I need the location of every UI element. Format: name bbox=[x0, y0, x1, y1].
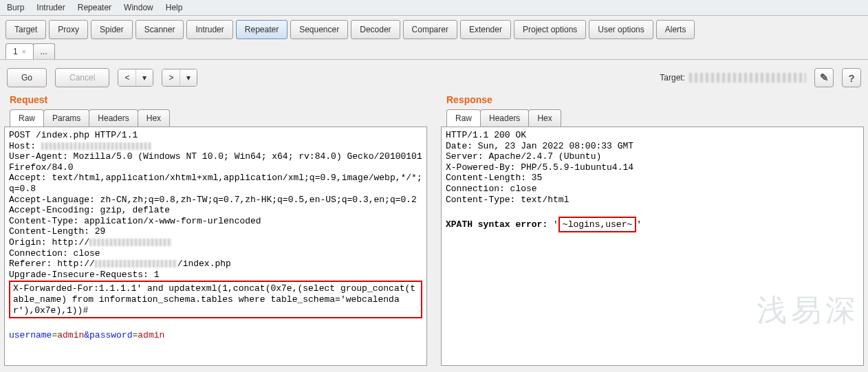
repeater-tab-new[interactable]: ... bbox=[33, 43, 55, 59]
req-host-redacted bbox=[41, 142, 151, 150]
req-line-ua: User-Agent: Mozilla/5.0 (Windows NT 10.0… bbox=[9, 151, 427, 173]
req-line-lang: Accept-Language: zh-CN,zh;q=0.8,zh-TW;q=… bbox=[9, 195, 417, 205]
tab-spider[interactable]: Spider bbox=[91, 20, 133, 39]
request-msg-tabs: Raw Params Headers Hex bbox=[3, 109, 428, 127]
request-tab-hex[interactable]: Hex bbox=[138, 109, 170, 127]
req-origin-redacted bbox=[89, 239, 172, 246]
tab-scanner[interactable]: Scanner bbox=[135, 20, 184, 39]
request-pane: Request Raw Params Headers Hex POST /ind… bbox=[3, 91, 428, 367]
request-editor[interactable]: POST /index.php HTTP/1.1 Host: User-Agen… bbox=[4, 127, 427, 366]
tab-comparer[interactable]: Comparer bbox=[403, 20, 457, 39]
req-body-amp: & bbox=[84, 330, 89, 340]
req-line-uir: Upgrade-Insecure-Requests: 1 bbox=[9, 270, 159, 280]
split-panes: Request Raw Params Headers Hex POST /ind… bbox=[0, 91, 868, 367]
tab-intruder[interactable]: Intruder bbox=[186, 20, 232, 39]
resp-date: Date: Sun, 23 Jan 2022 08:00:33 GMT bbox=[446, 141, 633, 151]
target-label-text: Target: bbox=[660, 73, 685, 83]
repeater-tab-1[interactable]: 1 × bbox=[6, 43, 34, 59]
target-host-redacted bbox=[689, 73, 806, 83]
menu-burp[interactable]: Burp bbox=[4, 1, 27, 14]
tab-user-options[interactable]: User options bbox=[589, 20, 653, 39]
response-tab-hex[interactable]: Hex bbox=[528, 109, 561, 127]
req-line-enc: Accept-Encoding: gzip, deflate bbox=[9, 205, 170, 215]
tab-extender[interactable]: Extender bbox=[460, 20, 511, 39]
req-line-ctype: Content-Type: application/x-www-form-url… bbox=[9, 216, 261, 226]
edit-target-button[interactable]: ✎ bbox=[814, 68, 834, 87]
req-line-ref-tail: /index.php bbox=[177, 259, 231, 269]
repeater-sub-tabbar: 1 × ... bbox=[0, 39, 868, 60]
request-title: Request bbox=[3, 91, 428, 109]
history-next-group: > ▾ bbox=[162, 69, 197, 87]
req-xff-injection-highlight: X-Forwarded-For:1.1.1.1' and updatexml(1… bbox=[9, 281, 422, 318]
history-next-button[interactable]: > bbox=[162, 69, 180, 86]
history-prev-group: < ▾ bbox=[118, 69, 153, 87]
req-line-accept: Accept: text/html,application/xhtml+xml,… bbox=[9, 173, 422, 194]
repeater-tab-1-label: 1 bbox=[13, 47, 18, 56]
pencil-icon: ✎ bbox=[820, 72, 829, 84]
req-line-conn: Connection: close bbox=[9, 248, 100, 259]
cancel-button[interactable]: Cancel bbox=[55, 68, 109, 87]
help-button[interactable]: ? bbox=[842, 68, 861, 87]
resp-server: Server: Apache/2.4.7 (Ubuntu) bbox=[446, 151, 601, 162]
req-body-k1: username bbox=[9, 330, 52, 340]
req-line-clen: Content-Length: 29 bbox=[9, 226, 105, 237]
menu-window[interactable]: Window bbox=[121, 1, 156, 14]
action-row: Go Cancel < ▾ > ▾ Target: ✎ ? bbox=[0, 60, 868, 91]
help-icon: ? bbox=[848, 72, 854, 84]
menubar: Burp Intruder Repeater Window Help bbox=[0, 0, 868, 16]
history-prev-dropdown[interactable]: ▾ bbox=[136, 69, 153, 86]
repeater-tab-new-label: ... bbox=[41, 47, 47, 56]
response-tab-raw[interactable]: Raw bbox=[446, 109, 481, 127]
resp-conn: Connection: close bbox=[446, 184, 537, 194]
resp-ctype: Content-Type: text/html bbox=[446, 195, 569, 205]
tab-alerts[interactable]: Alerts bbox=[656, 20, 695, 39]
tab-project-options[interactable]: Project options bbox=[514, 20, 586, 39]
response-title: Response bbox=[440, 91, 865, 109]
req-line-host-label: Host: bbox=[9, 141, 41, 151]
resp-error-trail: ' bbox=[636, 219, 642, 230]
response-editor[interactable]: HTTP/1.1 200 OK Date: Sun, 23 Jan 2022 0… bbox=[441, 127, 864, 366]
menu-repeater[interactable]: Repeater bbox=[75, 1, 114, 14]
go-button[interactable]: Go bbox=[7, 68, 47, 87]
resp-clen: Content-Length: 35 bbox=[446, 173, 542, 183]
target-label: Target: bbox=[660, 73, 806, 83]
request-tab-headers[interactable]: Headers bbox=[89, 109, 138, 127]
resp-error-highlight: ~logins,user~ bbox=[558, 217, 636, 233]
request-tab-params[interactable]: Params bbox=[43, 109, 89, 127]
resp-status: HTTP/1.1 200 OK bbox=[446, 130, 526, 140]
menu-intruder[interactable]: Intruder bbox=[34, 1, 67, 14]
req-line-post: POST /index.php HTTP/1.1 bbox=[9, 130, 138, 140]
req-line-origin: Origin: http:// bbox=[9, 237, 89, 248]
response-pane: Response Raw Headers Hex HTTP/1.1 200 OK… bbox=[440, 91, 865, 367]
menu-help[interactable]: Help bbox=[163, 1, 186, 14]
tab-repeater[interactable]: Repeater bbox=[236, 20, 287, 39]
tab-proxy[interactable]: Proxy bbox=[49, 20, 88, 39]
pane-divider[interactable] bbox=[433, 91, 435, 367]
req-body-v2: admin bbox=[138, 330, 164, 340]
req-body-k2: password bbox=[89, 330, 132, 340]
resp-error-prefix: XPATH syntax error: bbox=[446, 219, 553, 230]
response-tab-headers[interactable]: Headers bbox=[480, 109, 529, 127]
req-ref-redacted bbox=[95, 260, 177, 267]
history-next-dropdown[interactable]: ▾ bbox=[180, 69, 197, 86]
tab-sequencer[interactable]: Sequencer bbox=[290, 20, 348, 39]
tab-target[interactable]: Target bbox=[6, 20, 46, 39]
req-line-ref: Referer: http:// bbox=[9, 259, 95, 269]
response-msg-tabs: Raw Headers Hex bbox=[440, 109, 865, 127]
req-body-v1: admin bbox=[57, 330, 84, 340]
resp-error-lead: ' bbox=[553, 219, 558, 230]
history-prev-button[interactable]: < bbox=[118, 69, 136, 86]
main-tabbar: Target Proxy Spider Scanner Intruder Rep… bbox=[0, 16, 868, 39]
request-tab-raw[interactable]: Raw bbox=[10, 109, 44, 127]
resp-xpb: X-Powered-By: PHP/5.5.9-1ubuntu4.14 bbox=[446, 162, 633, 173]
tab-decoder[interactable]: Decoder bbox=[351, 20, 400, 39]
close-icon[interactable]: × bbox=[22, 48, 26, 56]
